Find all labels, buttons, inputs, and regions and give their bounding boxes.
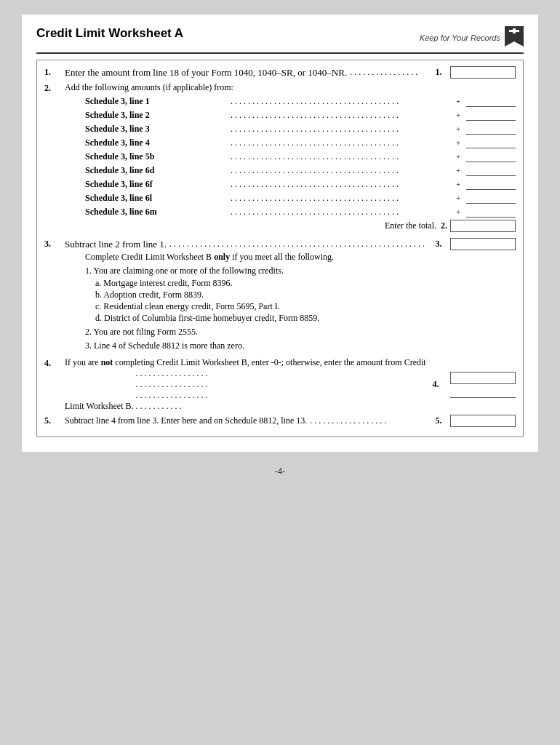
row-4-fields	[447, 372, 516, 398]
row-1-dots: . . . . . . . . . . . . . . . .	[350, 67, 427, 78]
row-3-num: 3.	[44, 238, 65, 250]
sched-dots-7: . . . . . . . . . . . . . . . . . . . . …	[231, 193, 453, 204]
page-title: Credit Limit Worksheet A	[36, 26, 183, 41]
row-2-num: 2.	[44, 82, 65, 94]
sched-plus-4: +	[453, 152, 463, 161]
row-3-field[interactable]	[450, 238, 516, 250]
sched-label-0: Schedule 3, line 1	[85, 96, 231, 107]
sched-dots-5: . . . . . . . . . . . . . . . . . . . . …	[231, 165, 453, 176]
sched-field-6[interactable]	[466, 179, 516, 190]
sched-plus-5: +	[453, 166, 463, 175]
sched-plus-2: +	[453, 124, 463, 133]
sched-label-3: Schedule 3, line 4	[85, 138, 231, 148]
row-5-field[interactable]	[450, 415, 516, 427]
sched-field-0[interactable]	[466, 96, 516, 107]
note-2: 2. You are not filing Form 2555.	[85, 327, 516, 338]
row-5-text: Subtract line 4 from line 3. Enter here …	[65, 415, 307, 426]
credits-list: a. Mortgage interest credit, Form 8396. …	[95, 278, 516, 324]
row-4: 4. If you are not completing Credit Limi…	[44, 357, 516, 412]
row-5-content: Subtract line 4 from line 3. Enter here …	[65, 415, 516, 427]
note-complete-header: Complete Credit Limit Worksheet B only i…	[85, 252, 334, 262]
worksheet-body: 1. Enter the amount from line 18 of your…	[36, 60, 524, 437]
sched-label-6: Schedule 3, line 6f	[85, 179, 231, 190]
sched-row-5: Schedule 3, line 6d . . . . . . . . . . …	[85, 164, 516, 176]
sched-plus-6: +	[453, 180, 463, 188]
enter-total-row: Enter the total. 2.	[85, 220, 516, 232]
row-1: 1. Enter the amount from line 18 of your…	[44, 66, 516, 79]
note-1-header: 1. You are claiming one or more of the f…	[85, 266, 516, 276]
row-3-linenum: 3.	[430, 239, 447, 250]
row-2-label: Add the following amounts (if applicable…	[65, 82, 516, 93]
credit-b: b. Adoption credit, Form 8839.	[95, 290, 516, 300]
sched-dots-0: . . . . . . . . . . . . . . . . . . . . …	[231, 96, 453, 107]
sched-plus-7: +	[453, 194, 463, 202]
sched-plus-0: +	[453, 97, 463, 105]
page-header: Credit Limit Worksheet A Keep for Your R…	[36, 26, 524, 54]
sched-label-1: Schedule 3, line 2	[85, 110, 231, 121]
sched-field-8[interactable]	[466, 207, 516, 218]
sched-dots-3: . . . . . . . . . . . . . . . . . . . . …	[231, 138, 453, 148]
note-complete-line: Complete Credit Limit Worksheet B only i…	[85, 252, 516, 263]
row-1-text: Enter the amount from line 18 of your Fo…	[65, 67, 347, 79]
sched-plus-3: +	[453, 138, 463, 147]
sched-field-4[interactable]	[466, 151, 516, 162]
schedule-sub-rows: Schedule 3, line 1 . . . . . . . . . . .…	[85, 95, 516, 232]
sched-field-1[interactable]	[466, 110, 516, 121]
row-5-dots: . . . . . . . . . . . . . . . . . .	[310, 415, 427, 426]
row-3-text-line: Subtract line 2 from line 1. . . . . . .…	[65, 238, 516, 250]
sched-row-1: Schedule 3, line 2 . . . . . . . . . . .…	[85, 109, 516, 121]
row-2-content: Add the following amounts (if applicable…	[65, 82, 516, 235]
sched-dots-6: . . . . . . . . . . . . . . . . . . . . …	[231, 179, 453, 190]
worksheet-page: Credit Limit Worksheet A Keep for Your R…	[22, 15, 538, 452]
keep-records-text: Keep for Your Records	[420, 33, 500, 42]
page-number: -4-	[275, 466, 286, 477]
sched-dots-8: . . . . . . . . . . . . . . . . . . . . …	[231, 207, 453, 218]
row-2-linenum: 2.	[441, 220, 447, 231]
row-3-content: Subtract line 2 from line 1. . . . . . .…	[65, 238, 516, 354]
credit-a: a. Mortgage interest credit, Form 8396.	[95, 278, 516, 289]
sched-label-5: Schedule 3, line 6d	[85, 165, 231, 176]
sched-row-7: Schedule 3, line 6l . . . . . . . . . . …	[85, 192, 516, 204]
svg-rect-2	[513, 28, 516, 33]
sched-plus-1: +	[453, 111, 463, 119]
sched-row-4: Schedule 3, line 5b . . . . . . . . . . …	[85, 151, 516, 162]
row-3-text: Subtract line 2 from line 1.	[65, 239, 167, 250]
sched-row-2: Schedule 3, line 3 . . . . . . . . . . .…	[85, 123, 516, 135]
sched-dots-2: . . . . . . . . . . . . . . . . . . . . …	[231, 124, 453, 135]
sched-label-7: Schedule 3, line 6l	[85, 193, 231, 204]
row-4-content: If you are not completing Credit Limit W…	[65, 357, 516, 412]
row-3-note: Complete Credit Limit Worksheet B only i…	[85, 252, 516, 351]
row-4-field-bottom[interactable]	[450, 386, 516, 398]
bookmark-icon	[505, 26, 524, 49]
row-1-num: 1.	[44, 66, 65, 78]
row-2: 2. Add the following amounts (if applica…	[44, 82, 516, 235]
row-1-linenum: 1.	[430, 67, 447, 78]
enter-total-label: Enter the total.	[385, 220, 436, 231]
row-1-field[interactable]	[450, 66, 516, 79]
sched-row-6: Schedule 3, line 6f . . . . . . . . . . …	[85, 178, 516, 190]
row-2-field[interactable]	[450, 220, 516, 232]
row-4-field-top[interactable]	[450, 372, 516, 384]
sched-field-5[interactable]	[466, 165, 516, 176]
sched-row-8: Schedule 3, line 6m . . . . . . . . . . …	[85, 206, 516, 218]
sched-label-8: Schedule 3, line 6m	[85, 207, 231, 218]
row-5-num: 5.	[44, 415, 65, 426]
credit-c: c. Residential clean energy credit, Form…	[95, 301, 516, 312]
row-4-text-wrap: If you are not completing Credit Limit W…	[65, 357, 516, 412]
header-right: Keep for Your Records	[420, 26, 524, 49]
row-5-linenum: 5.	[430, 415, 447, 426]
row-3-dots: . . . . . . . . . . . . . . . . . . . . …	[169, 239, 427, 250]
sched-dots-1: . . . . . . . . . . . . . . . . . . . . …	[231, 110, 453, 121]
row-4-linenum: 4.	[427, 379, 444, 390]
sched-field-7[interactable]	[466, 193, 516, 204]
sched-field-2[interactable]	[466, 124, 516, 135]
credit-d: d. District of Columbia first-time homeb…	[95, 313, 516, 324]
sched-label-4: Schedule 3, line 5b	[85, 151, 231, 162]
row-1-content: Enter the amount from line 18 of your Fo…	[65, 66, 516, 79]
sched-label-2: Schedule 3, line 3	[85, 124, 231, 135]
sched-row-3: Schedule 3, line 4 . . . . . . . . . . .…	[85, 137, 516, 148]
sched-field-3[interactable]	[466, 138, 516, 148]
row-5: 5. Subtract line 4 from line 3. Enter he…	[44, 415, 516, 428]
sched-plus-8: +	[453, 207, 463, 216]
sched-row-0: Schedule 3, line 1 . . . . . . . . . . .…	[85, 95, 516, 107]
